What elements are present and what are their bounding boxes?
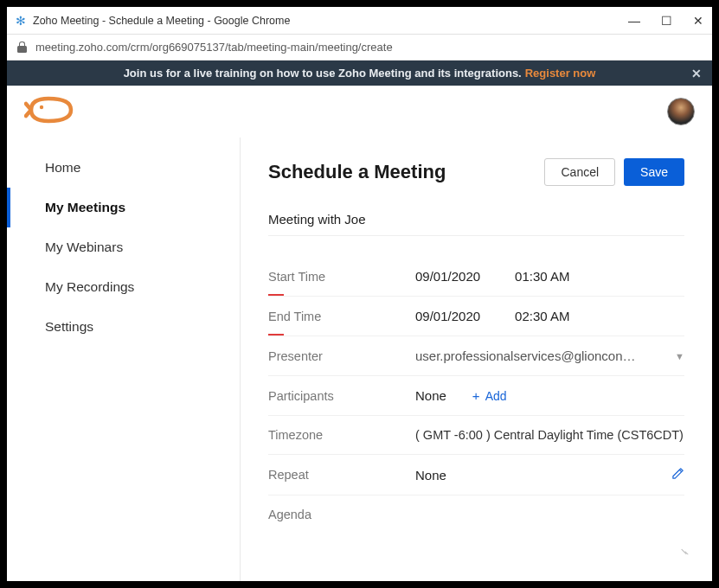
timezone-dropdown[interactable]: ( GMT -6:00 ) Central Daylight Time (CST… <box>415 428 684 442</box>
presenter-dropdown[interactable]: user.professionalservices@glioncon… ▼ <box>415 348 684 363</box>
start-time-value: 09/01/2020 01:30 AM <box>415 269 684 284</box>
url-text[interactable]: meeting.zoho.com/crm/org669075137/tab/me… <box>35 41 393 54</box>
cancel-button[interactable]: Cancel <box>544 158 615 186</box>
sidebar-item-my-webinars[interactable]: My Webinars <box>7 227 240 267</box>
address-bar: meeting.zoho.com/crm/org669075137/tab/me… <box>7 35 712 61</box>
save-button[interactable]: Save <box>624 158 684 186</box>
start-date-input[interactable]: 09/01/2020 <box>415 269 480 284</box>
start-time-row: Start Time 09/01/2020 01:30 AM <box>268 257 684 297</box>
agenda-textarea[interactable] <box>415 508 684 553</box>
start-time-input[interactable]: 01:30 AM <box>515 269 569 284</box>
close-button[interactable]: ✕ <box>693 14 703 28</box>
participants-row: Participants None + Add <box>268 376 684 416</box>
timezone-row: Timezone ( GMT -6:00 ) Central Daylight … <box>268 416 684 455</box>
banner-close-icon[interactable]: ✕ <box>691 67 702 80</box>
participants-value-area: None + Add <box>415 388 684 403</box>
timezone-value: ( GMT -6:00 ) Central Daylight Time (CST… <box>415 428 684 442</box>
presenter-row: Presenter user.professionalservices@glio… <box>268 336 684 376</box>
user-avatar[interactable] <box>667 98 695 125</box>
window-title: Zoho Meeting - Schedule a Meeting - Goog… <box>33 15 290 27</box>
main-header: Schedule a Meeting Cancel Save <box>268 158 684 186</box>
window-controls: — ☐ ✕ <box>628 14 703 28</box>
add-label: Add <box>485 389 507 403</box>
content-area: Home My Meetings My Webinars My Recordin… <box>7 137 712 581</box>
presenter-label: Presenter <box>268 349 415 363</box>
chevron-down-icon: ▼ <box>675 351 684 361</box>
end-time-input[interactable]: 02:30 AM <box>515 309 569 323</box>
presenter-value: user.professionalservices@glioncon… <box>415 348 664 363</box>
sidebar: Home My Meetings My Webinars My Recordin… <box>7 137 241 581</box>
repeat-value-area: None <box>415 467 684 483</box>
page-title: Schedule a Meeting <box>268 161 446 183</box>
window-frame: ✻ Zoho Meeting - Schedule a Meeting - Go… <box>0 0 719 588</box>
svg-point-0 <box>40 105 43 109</box>
end-time-label: End Time <box>268 310 415 323</box>
sidebar-item-my-meetings[interactable]: My Meetings <box>7 188 240 227</box>
add-participant-button[interactable]: + Add <box>472 388 507 403</box>
participants-label: Participants <box>268 389 415 403</box>
sidebar-item-my-recordings[interactable]: My Recordings <box>7 267 240 307</box>
banner-text: Join us for a live training on how to us… <box>124 67 522 80</box>
promo-banner: Join us for a live training on how to us… <box>7 61 712 86</box>
timezone-label: Timezone <box>268 428 415 442</box>
titlebar-left: ✻ Zoho Meeting - Schedule a Meeting - Go… <box>16 14 290 28</box>
repeat-label: Repeat <box>268 468 415 482</box>
sidebar-item-home[interactable]: Home <box>7 148 240 188</box>
banner-register-link[interactable]: Register now <box>525 67 596 80</box>
agenda-label: Agenda <box>268 508 415 521</box>
minimize-button[interactable]: — <box>628 14 640 28</box>
window-titlebar: ✻ Zoho Meeting - Schedule a Meeting - Go… <box>7 7 712 35</box>
meeting-title-input[interactable]: Meeting with Joe <box>268 212 684 236</box>
lock-icon <box>17 42 27 53</box>
edit-repeat-button[interactable] <box>671 467 684 483</box>
repeat-value: None <box>415 468 446 483</box>
app-logo[interactable] <box>24 92 76 131</box>
main-panel: Schedule a Meeting Cancel Save Meeting w… <box>241 137 712 581</box>
participants-value: None <box>415 388 446 403</box>
end-time-value: 09/01/2020 02:30 AM <box>415 309 684 323</box>
sidebar-item-settings[interactable]: Settings <box>7 307 240 347</box>
start-time-label: Start Time <box>268 270 415 284</box>
resize-handle-icon[interactable] <box>677 546 686 554</box>
end-time-row: End Time 09/01/2020 02:30 AM <box>268 297 684 336</box>
header-buttons: Cancel Save <box>544 158 684 186</box>
end-date-input[interactable]: 09/01/2020 <box>415 309 480 323</box>
repeat-row: Repeat None <box>268 455 684 495</box>
top-bar <box>7 86 712 137</box>
plus-icon: + <box>472 388 480 403</box>
maximize-button[interactable]: ☐ <box>661 14 672 28</box>
agenda-row: Agenda <box>268 495 684 565</box>
app-icon: ✻ <box>16 14 26 28</box>
